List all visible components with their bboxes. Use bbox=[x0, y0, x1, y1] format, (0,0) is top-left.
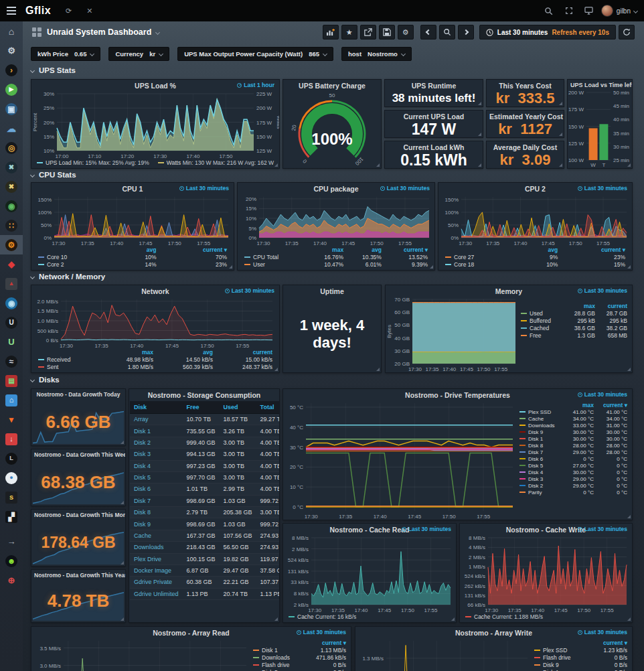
sidebar-item-app-ubiquiti[interactable]: U bbox=[0, 313, 23, 332]
cache-write-chart[interactable]: 66 kB/s131 kB/s262 kB/s524 kB/s1 MB/s2 M… bbox=[460, 534, 632, 613]
array-write-chart[interactable]: 328 kB/s655 kB/s1.0 MB/s1.3 MB/s17:3017:… bbox=[355, 638, 533, 671]
legend-item[interactable]: UPS Load Min: 15% Max: 25% Avg: 19% bbox=[37, 159, 149, 166]
array-read-chart[interactable]: 500 kB/s1.0 MB/s1.5 MB/s2.0 MB/s2.5 MB/s… bbox=[31, 638, 252, 671]
legend-row[interactable]: Cache34.00 °C34.00 °C bbox=[518, 415, 629, 422]
timeframe-label[interactable]: Last 1 hour bbox=[237, 82, 274, 88]
timeframe-label[interactable]: Last 30 minutes bbox=[402, 526, 451, 532]
hamburger-menu-icon[interactable] bbox=[0, 7, 23, 15]
add-panel-button[interactable] bbox=[323, 25, 339, 40]
legend-item[interactable]: Watts Min: 130 W Max: 216 W Avg: 162 W bbox=[158, 159, 274, 166]
user-menu[interactable]: gilbn bbox=[617, 7, 637, 15]
user-avatar[interactable] bbox=[601, 5, 613, 17]
ups-bar-chart[interactable]: 100 W125 W150 W175 W200 W25 min30 min35 … bbox=[568, 89, 632, 168]
sidebar-item-app-redwheel[interactable]: ⊕ bbox=[0, 571, 23, 590]
sidebar-item-app-x2[interactable]: ✖ bbox=[0, 177, 23, 196]
section-network-memory[interactable]: Network / Memory bbox=[31, 273, 105, 281]
dashboard-settings-button[interactable]: ⚙ bbox=[398, 25, 414, 40]
panel-title[interactable]: Current Load kWh bbox=[385, 141, 483, 152]
timeframe-label[interactable]: Last 30 minutes bbox=[225, 287, 274, 294]
timeframe-label[interactable]: Last 30 minutes bbox=[578, 185, 627, 192]
cpu-package-chart[interactable]: 0%5%10%15%20%17:3017:3517:4017:4517:5017… bbox=[238, 194, 434, 246]
search-icon[interactable] bbox=[541, 4, 557, 17]
legend-row[interactable]: Disk 229.00 °C0 °C bbox=[518, 482, 629, 489]
star-button[interactable]: ★ bbox=[341, 25, 357, 40]
timeframe-label[interactable]: Last 30 minutes bbox=[380, 185, 430, 192]
sidebar-item-app-plexish[interactable]: ≈ bbox=[0, 352, 23, 371]
legend-row[interactable]: Disk 930.00 °C30.00 °C bbox=[518, 429, 629, 435]
sidebar-item-logout[interactable]: → bbox=[0, 532, 23, 551]
sidebar-item-app-goaccess[interactable]: ◉ bbox=[0, 293, 23, 313]
panel-title[interactable]: Nostromo - Storage Consumption bbox=[129, 389, 279, 400]
panel-title[interactable]: Nostromo - Data Growth This Year bbox=[31, 570, 125, 579]
sidebar-item-settings[interactable]: ⚙ bbox=[0, 41, 23, 60]
refresh-small-icon[interactable]: ⟳ bbox=[66, 7, 72, 15]
legend-row[interactable]: Buffered295 kB295 kB bbox=[519, 317, 629, 324]
table-header-free[interactable]: Free bbox=[183, 401, 220, 414]
sidebar-item-home[interactable]: ⌂ bbox=[0, 21, 23, 41]
legend-row[interactable]: Disk 10 B/s bbox=[533, 668, 629, 671]
legend-row[interactable]: Flash drive0 B/s bbox=[252, 661, 347, 668]
timeframe-label[interactable]: Last 30 minutes bbox=[297, 629, 346, 636]
section-cpu-stats[interactable]: CPU Stats bbox=[31, 171, 76, 179]
sidebar-item-app-unifi[interactable]: U bbox=[0, 332, 23, 352]
legend-row[interactable]: Disk 329.00 °C0 °C bbox=[518, 475, 629, 482]
variable-host[interactable]: hostNostromo bbox=[341, 47, 412, 61]
sidebar-item-app-docker[interactable]: ▤ bbox=[0, 371, 23, 390]
time-forward-button[interactable] bbox=[458, 25, 474, 40]
legend-row[interactable]: User10.47%6.01%9.39% bbox=[243, 260, 429, 268]
legend-row[interactable]: Disk 729.00 °C28.00 °C bbox=[518, 449, 629, 455]
variable-currency[interactable]: Currencykr bbox=[108, 47, 169, 61]
timeframe-label[interactable]: Last 30 minutes bbox=[578, 287, 627, 294]
legend-row[interactable]: Parity0 °C0 °C bbox=[518, 489, 629, 496]
panel-title[interactable]: UPS Load vs Time left bbox=[568, 80, 632, 89]
brand-logo[interactable]: Gflix bbox=[25, 5, 51, 17]
legend-row[interactable]: Core 279%23% bbox=[444, 253, 627, 260]
zoom-out-button[interactable] bbox=[439, 25, 455, 40]
legend-row[interactable]: Cached38.6 GB38.2 GB bbox=[519, 324, 629, 331]
share-button[interactable] bbox=[360, 25, 376, 40]
panel-title[interactable]: Nostromo - Data Growth Today bbox=[31, 389, 125, 398]
sidebar-item-app-gitlab[interactable]: ▼ bbox=[0, 410, 23, 429]
legend-item[interactable]: Cache Current: 1.188 MB/s bbox=[465, 613, 543, 620]
legend-row[interactable]: Free1.3 GB658 MB bbox=[519, 331, 629, 339]
legend-row[interactable]: Plex SSD1.23 kB/s bbox=[533, 646, 629, 654]
legend-row[interactable]: CPU Total16.76%10.35%13.52% bbox=[243, 253, 429, 260]
sidebar-item-app-krusader[interactable]: ∷ bbox=[0, 216, 23, 235]
legend-row[interactable]: Received48.98 kB/s14.50 kB/s15.00 kB/s bbox=[37, 356, 274, 363]
legend-row[interactable]: Disk 11.13 MB/s bbox=[252, 646, 347, 654]
close-small-icon[interactable]: ✕ bbox=[86, 7, 92, 15]
legend-row[interactable]: Core 1810%15% bbox=[444, 260, 627, 268]
panel-title[interactable]: Current UPS Load bbox=[385, 110, 483, 121]
table-header-total[interactable]: Total bbox=[256, 401, 279, 414]
legend-row[interactable]: Sent1.80 MB/s560.39 kB/s248.37 kB/s bbox=[37, 363, 274, 370]
legend-row[interactable]: Core 214%23% bbox=[37, 260, 228, 268]
sidebar-item-app-duplicati[interactable]: ● bbox=[0, 468, 23, 488]
sidebar-item-app-kodi[interactable]: ▣ bbox=[0, 99, 23, 119]
sidebar-item-app-organizr[interactable]: ✖ bbox=[0, 157, 23, 177]
network-chart[interactable]: 0 B/s500 kB/s1.0 MB/s1.5 MB/s2.0 MB/s17:… bbox=[31, 296, 279, 349]
section-disks[interactable]: Disks bbox=[31, 376, 60, 384]
save-button[interactable] bbox=[379, 25, 395, 40]
sidebar-item-app-ombi[interactable]: › bbox=[0, 60, 23, 80]
sidebar-item-app-lazylibrarian[interactable]: L bbox=[0, 449, 23, 468]
dashboard-title[interactable]: Unraid System Dashboard bbox=[47, 27, 151, 37]
panel-title[interactable]: UPS Battery Charge bbox=[283, 80, 381, 90]
panel-title[interactable]: This Years Cost bbox=[487, 80, 564, 90]
refresh-button[interactable] bbox=[619, 25, 635, 40]
legend-row[interactable]: Disk 828.00 °C28.00 °C bbox=[518, 442, 629, 449]
legend-row[interactable]: Used28.8 GB28.7 GB bbox=[519, 309, 629, 317]
panel-title[interactable]: Nostromo - Data Growth This Week bbox=[31, 449, 125, 459]
sidebar-item-app-netdata[interactable]: ▲ bbox=[0, 274, 23, 293]
timeframe-label[interactable]: Last 30 minutes bbox=[179, 185, 229, 192]
time-back-button[interactable] bbox=[420, 25, 436, 40]
time-range-picker[interactable]: Last 30 minutes Refresh every 10s bbox=[479, 25, 616, 40]
title-caret-icon[interactable] bbox=[155, 29, 160, 34]
memory-chart[interactable]: 20 GB30 GB40 GB50 GB60 GB70 GB17:3017:35… bbox=[386, 296, 519, 372]
sidebar-item-app-bookstack[interactable]: ▞ bbox=[0, 507, 23, 526]
sidebar-item-app-cloud[interactable]: ☁ bbox=[0, 119, 23, 138]
kiosk-mode-icon[interactable] bbox=[581, 4, 597, 17]
legend-row[interactable]: Disk 60 °C0 °C bbox=[518, 455, 629, 462]
drive-temps-chart[interactable]: 0 °C10 °C20 °C30 °C40 °C50 °C17:3017:351… bbox=[283, 400, 518, 520]
sidebar-item-app-green-ring[interactable]: ◉ bbox=[0, 196, 23, 216]
legend-row[interactable]: Disk 50 B/s bbox=[252, 668, 347, 671]
